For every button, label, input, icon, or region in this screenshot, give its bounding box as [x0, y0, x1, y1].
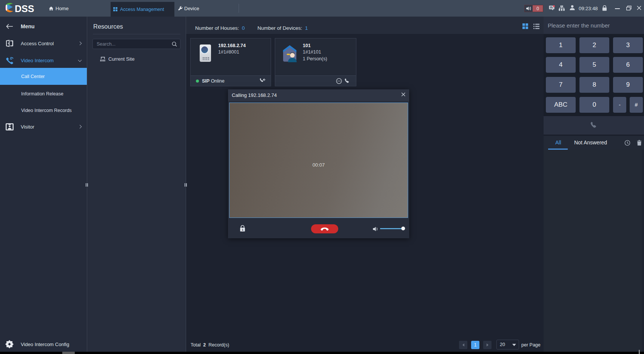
svg-text:1: 1 [242, 228, 243, 231]
svg-text:DSS: DSS [15, 3, 34, 14]
